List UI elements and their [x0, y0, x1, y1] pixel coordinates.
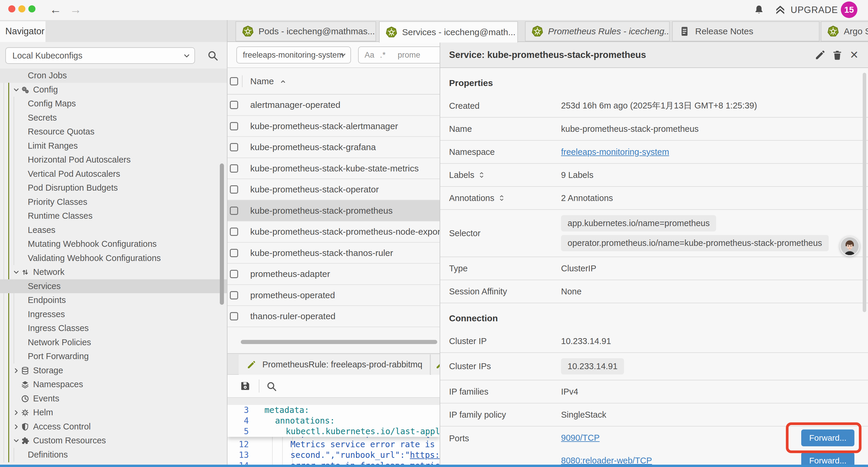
sidebar-item-services[interactable]: Services — [0, 279, 227, 293]
tab-release-notes[interactable]: Release Notes — [672, 21, 819, 41]
yaml-editor[interactable]: 11o", "for": "hm", "labels": {"service":… — [227, 405, 440, 465]
table-row[interactable]: kube-prometheus-stack-prometheus — [227, 200, 440, 222]
chevron-down-icon[interactable] — [12, 86, 20, 94]
row-checkbox[interactable] — [230, 185, 238, 194]
sidebar-item-pod-disruption-budgets[interactable]: Pod Disruption Budgets — [0, 181, 227, 195]
forward-icon[interactable]: → — [70, 2, 82, 17]
row-checkbox[interactable] — [230, 122, 238, 130]
edit-pencil-icon[interactable] — [814, 49, 826, 61]
sort-icon[interactable] — [497, 193, 506, 203]
table-row[interactable]: kube-prometheus-stack-operator — [227, 179, 440, 200]
row-checkbox[interactable] — [230, 164, 238, 173]
chevron-right-icon[interactable] — [12, 367, 20, 375]
row-checkbox[interactable] — [230, 291, 238, 299]
sidebar-scrollbar[interactable] — [220, 164, 224, 305]
close-icon[interactable]: ✕ — [850, 47, 862, 59]
tab-services-icecheng-math[interactable]: Services - icecheng@math... ✕ — [379, 21, 518, 42]
sidebar-item-definitions[interactable]: Definitions — [0, 448, 227, 462]
namespace-selector[interactable]: freeleaps-monitoring-system — [236, 47, 351, 63]
editor-tab-partial[interactable] — [431, 354, 440, 375]
sidebar-item-ingresses[interactable]: Ingresses — [0, 308, 227, 322]
sidebar-item-storage[interactable]: Storage — [0, 363, 227, 378]
upgrade-icon[interactable] — [774, 4, 786, 16]
sidebar-item-port-forwarding[interactable]: Port Forwarding — [0, 349, 227, 363]
close-window-button[interactable] — [8, 5, 16, 12]
list-search-input[interactable]: Aa .* prome — [358, 47, 440, 63]
case-sensitive-toggle[interactable]: Aa — [365, 47, 374, 63]
trash-icon[interactable] — [831, 49, 843, 61]
port-link[interactable]: 9090/TCP — [561, 433, 600, 443]
sidebar-item-events[interactable]: Events — [0, 391, 227, 406]
sort-ascending-icon[interactable] — [279, 78, 287, 85]
name-column-header[interactable]: Name — [250, 68, 274, 95]
chevron-down-icon[interactable] — [12, 268, 20, 276]
table-row[interactable]: kube-prometheus-stack-prometheus-node-ex… — [227, 222, 440, 243]
chevron-down-icon[interactable] — [12, 437, 20, 444]
editor-search-icon[interactable] — [266, 381, 277, 392]
chevron-right-icon[interactable] — [12, 423, 20, 431]
sidebar-item-limit-ranges[interactable]: Limit Ranges — [0, 139, 227, 153]
sidebar-item-runtime-classes[interactable]: Runtime Classes — [0, 209, 227, 223]
sidebar-item-helm[interactable]: Helm — [0, 406, 227, 420]
editor-tab-prometheusrule[interactable]: PrometheusRule: freeleaps-prod-rabbitmq — [239, 354, 430, 375]
back-icon[interactable]: ← — [50, 2, 61, 17]
sidebar-item-config-maps[interactable]: Config Maps — [0, 97, 227, 111]
sidebar-item-config[interactable]: Config — [0, 83, 227, 97]
row-checkbox[interactable] — [230, 312, 238, 320]
sidebar-item-vertical-pod-autoscalers[interactable]: Vertical Pod Autoscalers — [0, 167, 227, 181]
save-icon[interactable] — [239, 380, 251, 392]
row-checkbox[interactable] — [230, 228, 238, 236]
table-row[interactable]: prometheus-operated — [227, 285, 440, 306]
sidebar-item-network-policies[interactable]: Network Policies — [0, 335, 227, 350]
sidebar-item-validating-webhook-configurations[interactable]: Validating Webhook Configurations — [0, 251, 227, 265]
row-checkbox[interactable] — [230, 101, 238, 109]
tab-argo-se[interactable]: Argo Se — [821, 21, 868, 41]
regex-toggle[interactable]: .* — [380, 47, 386, 63]
namespace-link[interactable]: freeleaps-monitoring-system — [561, 147, 669, 157]
table-row[interactable]: kube-prometheus-stack-thanos-ruler — [227, 243, 440, 264]
row-checkbox[interactable] — [230, 207, 238, 215]
row-checkbox[interactable] — [230, 143, 238, 151]
row-checkbox[interactable] — [230, 270, 238, 278]
sidebar-item-namespaces[interactable]: Namespaces — [0, 377, 227, 391]
sidebar-item-horizontal-pod-autoscalers[interactable]: Horizontal Pod Autoscalers — [0, 153, 227, 167]
table-row[interactable]: prometheus-adapter — [227, 264, 440, 285]
bell-icon[interactable] — [753, 4, 765, 16]
notification-count-badge[interactable]: 15 — [841, 1, 857, 18]
minimize-window-button[interactable] — [18, 5, 25, 12]
sidebar-item-cron-jobs[interactable]: Cron Jobs — [0, 68, 227, 83]
table-row[interactable]: kube-prometheus-stack-alertmanager — [227, 116, 440, 137]
editor-link[interactable]: https://net — [410, 450, 440, 460]
sidebar-item-resource-quotas[interactable]: Resource Quotas — [0, 125, 227, 139]
select-all-checkbox[interactable] — [230, 77, 238, 85]
tab-prometheus-rules-icecheng[interactable]: Prometheus Rules - icecheng... — [525, 21, 670, 41]
sidebar-item-network[interactable]: Network — [0, 265, 227, 279]
sidebar-item-mutating-webhook-configurations[interactable]: Mutating Webhook Configurations — [0, 237, 227, 251]
detail-scrollbar[interactable] — [863, 73, 866, 312]
table-row[interactable]: thanos-ruler-operated — [227, 306, 440, 327]
table-row[interactable]: kube-prometheus-stack-kube-state-metrics — [227, 158, 440, 179]
sort-icon[interactable] — [477, 170, 486, 180]
user-avatar[interactable] — [840, 236, 860, 256]
chevron-right-icon[interactable] — [12, 409, 20, 416]
forward-button[interactable]: Forward... — [801, 430, 855, 446]
table-row[interactable]: alertmanager-operated — [227, 95, 440, 116]
tab-pods-icecheng-mathmas[interactable]: Pods - icecheng@mathmas... — [236, 21, 376, 41]
search-icon[interactable] — [207, 50, 219, 61]
table-row[interactable]: kube-prometheus-stack-grafana — [227, 137, 440, 158]
row-checkbox[interactable] — [230, 249, 238, 257]
port-link[interactable]: 8080:reloader-web/TCP — [561, 456, 652, 465]
horizontal-scrollbar[interactable] — [241, 340, 437, 344]
upgrade-label[interactable]: UPGRADE — [790, 5, 838, 16]
sidebar-item-secrets[interactable]: Secrets — [0, 111, 227, 125]
forward-button[interactable]: Forward... — [801, 452, 855, 465]
sidebar-item-custom-resources[interactable]: Custom Resources — [0, 434, 227, 448]
maximize-window-button[interactable] — [28, 5, 35, 12]
sidebar-item-leases[interactable]: Leases — [0, 223, 227, 237]
tab-navigator[interactable]: Navigator — [0, 21, 45, 42]
sidebar-item-ingress-classes[interactable]: Ingress Classes — [0, 321, 227, 335]
sidebar-item-endpoints[interactable]: Endpoints — [0, 293, 227, 308]
sidebar-item-priority-classes[interactable]: Priority Classes — [0, 195, 227, 209]
kubeconfig-selector[interactable]: Local Kubeconfigs — [5, 47, 195, 64]
sidebar-item-access-control[interactable]: Access Control — [0, 420, 227, 434]
